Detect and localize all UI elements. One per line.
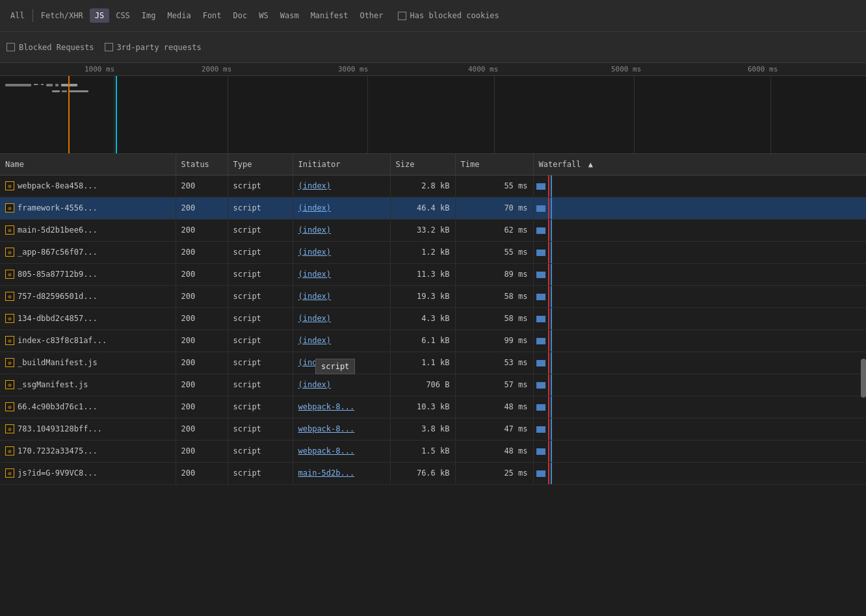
initiator-link[interactable]: (index) (298, 248, 332, 257)
cell-name[interactable]: ◎index-c83f8c81af... (0, 329, 176, 352)
cell-name[interactable]: ◎783.10493128bff... (0, 418, 176, 440)
table-row[interactable]: ◎index-c83f8c81af...200script(index)6.1 … (0, 329, 866, 352)
tab-fetch-xhr[interactable]: Fetch/XHR (36, 8, 88, 23)
header-initiator[interactable]: Initiator (293, 154, 390, 175)
third-party-checkbox[interactable] (105, 43, 113, 51)
cell-status: 200 (176, 285, 228, 307)
initiator-link[interactable]: (index) (298, 380, 332, 389)
cell-initiator[interactable]: (index) (293, 285, 390, 307)
table-row[interactable]: ◎170.7232a33475...200scriptwebpack-8...1… (0, 440, 866, 462)
cell-initiator[interactable]: webpack-8... (293, 440, 390, 462)
initiator-link[interactable]: (index) (298, 181, 332, 190)
cell-name[interactable]: ◎805-85a87712b9... (0, 263, 176, 285)
cell-time: 55 ms (455, 175, 533, 197)
tab-img[interactable]: Img (137, 8, 161, 23)
cell-name[interactable]: ◎js?id=G-9V9VC8... (0, 462, 176, 484)
file-name: webpack-8ea458... (18, 181, 98, 190)
cell-initiator[interactable]: (index) (293, 352, 390, 374)
has-blocked-cookies-checkbox[interactable] (398, 12, 406, 20)
header-status[interactable]: Status (176, 154, 228, 175)
header-time[interactable]: Time (455, 154, 533, 175)
waterfall-blue-line (551, 463, 552, 484)
cell-time: 25 ms (455, 462, 533, 484)
table-row[interactable]: ◎_buildManifest.js200script(index)1.1 kB… (0, 352, 866, 374)
cell-name[interactable]: ◎170.7232a33475... (0, 440, 176, 462)
initiator-link[interactable]: (index) (298, 358, 332, 367)
table-row[interactable]: ◎783.10493128bff...200scriptwebpack-8...… (0, 418, 866, 440)
file-name: _buildManifest.js (18, 358, 98, 367)
cell-initiator[interactable]: (index) (293, 175, 390, 197)
initiator-link[interactable]: (index) (298, 314, 332, 323)
dash-r2-2 (62, 90, 67, 92)
tab-all[interactable]: All (5, 8, 30, 23)
blocked-requests-filter[interactable]: Blocked Requests (7, 43, 94, 52)
tab-wasm[interactable]: Wasm (275, 8, 304, 23)
cell-initiator[interactable]: (index) (293, 329, 390, 352)
cell-name[interactable]: ◎_ssgManifest.js (0, 374, 176, 396)
has-blocked-cookies-label: Has blocked cookies (410, 11, 499, 20)
tab-other[interactable]: Other (354, 8, 388, 23)
cell-name[interactable]: ◎66.4c90b3d76c1... (0, 396, 176, 418)
initiator-link[interactable]: (index) (298, 292, 332, 301)
initiator-link[interactable]: main-5d2b... (298, 468, 355, 478)
table-row[interactable]: ◎main-5d2b1bee6...200script(index)33.2 k… (0, 219, 866, 241)
tab-doc[interactable]: Doc (228, 8, 253, 23)
tab-manifest[interactable]: Manifest (306, 8, 354, 23)
table-row[interactable]: ◎66.4c90b3d76c1...200scriptwebpack-8...1… (0, 396, 866, 418)
initiator-link[interactable]: webpack-8... (298, 446, 355, 456)
cell-name[interactable]: ◎134-dbbd2c4857... (0, 307, 176, 329)
initiator-link[interactable]: webpack-8... (298, 424, 355, 433)
second-bar: Blocked Requests 3rd-party requests (0, 32, 866, 63)
tab-css[interactable]: CSS (111, 8, 135, 23)
table-row[interactable]: ◎framework-4556...200script(index)46.4 k… (0, 197, 866, 219)
waterfall-red-line (548, 242, 549, 263)
cell-initiator[interactable]: webpack-8... (293, 396, 390, 418)
table-row[interactable]: ◎_app-867c56f07...200script(index)1.2 kB… (0, 241, 866, 263)
waterfall-bar (536, 448, 545, 455)
initiator-link[interactable]: (index) (298, 336, 332, 345)
cell-initiator[interactable]: (index) (293, 241, 390, 263)
header-size[interactable]: Size (390, 154, 455, 175)
table-row[interactable]: ◎805-85a87712b9...200script(index)11.3 k… (0, 263, 866, 285)
header-waterfall[interactable]: Waterfall ▲ (533, 154, 866, 175)
cell-name[interactable]: ◎framework-4556... (0, 197, 176, 219)
cell-name[interactable]: ◎webpack-8ea458... (0, 175, 176, 197)
tab-js[interactable]: JS (90, 8, 109, 23)
cell-initiator[interactable]: main-5d2b... (293, 462, 390, 484)
cell-name[interactable]: ◎main-5d2b1bee6... (0, 219, 176, 241)
tab-media[interactable]: Media (163, 8, 196, 23)
ruler-2000ms: 2000 ms (202, 65, 231, 73)
table-row[interactable]: ◎webpack-8ea458...200script(index)2.8 kB… (0, 175, 866, 197)
cell-initiator[interactable]: (index) (293, 263, 390, 285)
initiator-link[interactable]: (index) (298, 203, 332, 212)
initiator-link[interactable]: (index) (298, 270, 332, 279)
third-party-filter[interactable]: 3rd-party requests (105, 43, 202, 52)
tab-font[interactable]: Font (198, 8, 227, 23)
initiator-link[interactable]: (index) (298, 225, 332, 235)
blocked-requests-checkbox[interactable] (7, 43, 15, 51)
cell-name[interactable]: ◎_buildManifest.js (0, 352, 176, 374)
cell-time: 48 ms (455, 440, 533, 462)
waterfall-red-line (548, 286, 549, 307)
table-row[interactable]: ◎757-d82596501d...200script(index)19.3 k… (0, 285, 866, 307)
table-row[interactable]: ◎_ssgManifest.js200script(index)706 B57 … (0, 374, 866, 396)
tab-ws[interactable]: WS (254, 8, 273, 23)
cell-initiator[interactable]: webpack-8... (293, 418, 390, 440)
table-row[interactable]: ◎js?id=G-9V9VC8...200scriptmain-5d2b...7… (0, 462, 866, 484)
cell-name[interactable]: ◎_app-867c56f07... (0, 241, 176, 263)
cell-initiator[interactable]: (index) (293, 219, 390, 241)
cell-time: 55 ms (455, 241, 533, 263)
file-icon: ◎ (5, 314, 14, 323)
has-blocked-cookies-filter[interactable]: Has blocked cookies (398, 11, 499, 20)
waterfall-bar (536, 294, 545, 300)
cell-initiator[interactable]: (index) (293, 374, 390, 396)
waterfall-bar (536, 404, 545, 411)
scrollbar-thumb[interactable] (861, 359, 866, 398)
cell-initiator[interactable]: (index) (293, 307, 390, 329)
cell-initiator[interactable]: (index) (293, 197, 390, 219)
header-type[interactable]: Type (228, 154, 293, 175)
initiator-link[interactable]: webpack-8... (298, 402, 355, 411)
cell-name[interactable]: ◎757-d82596501d... (0, 285, 176, 307)
table-row[interactable]: ◎134-dbbd2c4857...200script(index)4.3 kB… (0, 307, 866, 329)
header-name[interactable]: Name (0, 154, 176, 175)
